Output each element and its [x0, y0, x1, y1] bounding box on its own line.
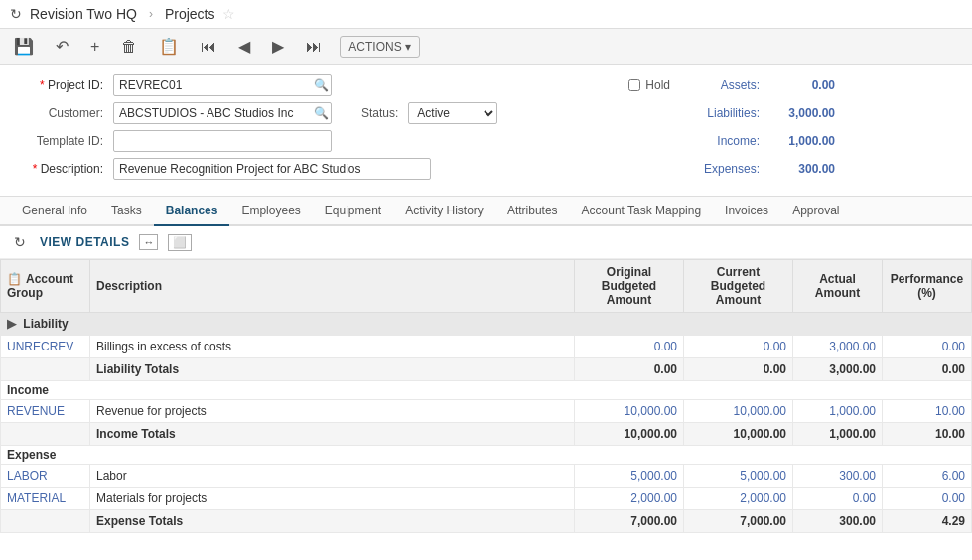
next-button[interactable]: ▶ — [268, 35, 288, 58]
totals-actual-income: 1,000.00 — [793, 423, 883, 446]
account-code-labor[interactable]: LABOR — [1, 465, 90, 488]
template-input[interactable] — [113, 130, 332, 152]
totals-label-income-left — [1, 423, 90, 446]
form-right-panel: Assets: 0.00 — [680, 78, 958, 92]
totals-row-income: Income Totals 10,000.00 10,000.00 1,000.… — [1, 423, 972, 446]
curr-material: 2,000.00 — [684, 488, 793, 510]
account-code-unrecrev[interactable]: UNRECREV — [1, 336, 90, 358]
table-row: LABOR Labor 5,000.00 5,000.00 300.00 6.0… — [1, 465, 972, 488]
perf-revenue: 10.00 — [883, 400, 972, 423]
totals-curr-liability: 0.00 — [684, 358, 793, 381]
totals-curr-income: 10,000.00 — [684, 423, 793, 446]
liabilities-value: 3,000.00 — [765, 106, 835, 120]
customer-search-icon[interactable]: 🔍 — [314, 106, 329, 120]
table-icon: 📋 — [7, 272, 22, 286]
totals-label-expense-left — [1, 510, 90, 533]
col-header-current-budgeted: Current Budgeted Amount — [684, 260, 793, 313]
assets-value: 0.00 — [765, 78, 835, 92]
tab-balances[interactable]: Balances — [154, 197, 230, 226]
actions-label: ACTIONS — [348, 40, 401, 54]
totals-label-liability-left — [1, 358, 90, 381]
prev-button[interactable]: ◀ — [234, 35, 254, 58]
tab-attributes[interactable]: Attributes — [495, 197, 570, 226]
first-button[interactable]: ⏮ — [197, 36, 220, 58]
totals-orig-income: 10,000.00 — [575, 423, 684, 446]
group-label-income: Income — [7, 383, 49, 397]
project-id-label: Project ID: — [14, 78, 103, 92]
last-button[interactable]: ⏭ — [302, 36, 326, 58]
sub-refresh-button[interactable]: ↻ — [10, 232, 30, 252]
orig-revenue: 10,000.00 — [575, 400, 684, 423]
save-button[interactable]: 💾 — [10, 35, 38, 58]
table-row: UNRECREV Billings in excess of costs 0.0… — [1, 336, 972, 358]
expenses-label: Expenses: — [680, 162, 760, 176]
template-label: Template ID: — [14, 134, 103, 148]
col-header-description: Description — [90, 260, 575, 313]
undo-button[interactable]: ↶ — [52, 35, 72, 58]
col-header-actual-amount: Actual Amount — [793, 260, 883, 313]
tab-invoices[interactable]: Invoices — [713, 197, 780, 226]
customer-input[interactable] — [113, 102, 332, 124]
form-right-liabilities: Liabilities: 3,000.00 — [680, 106, 958, 120]
favorite-icon[interactable]: ☆ — [222, 6, 235, 22]
curr-unrecrev: 0.00 — [684, 336, 793, 358]
perf-unrecrev: 0.00 — [883, 336, 972, 358]
totals-actual-liability: 3,000.00 — [793, 358, 883, 381]
project-id-field-wrap: 🔍 — [113, 74, 332, 96]
table-row: REVENUE Revenue for projects 10,000.00 1… — [1, 400, 972, 423]
form-right-income: Income: 1,000.00 — [680, 134, 958, 148]
income-value: 1,000.00 — [765, 134, 835, 148]
tab-equipment[interactable]: Equipment — [313, 197, 393, 226]
project-id-input[interactable] — [113, 74, 332, 96]
description-labor: Labor — [90, 465, 575, 488]
assets-label: Assets: — [680, 78, 760, 92]
tabs: General Info Tasks Balances Employees Eq… — [0, 197, 972, 226]
perf-labor: 6.00 — [883, 465, 972, 488]
export-icon[interactable]: ⬜ — [168, 234, 192, 251]
fit-icon[interactable]: ↔ — [139, 234, 158, 250]
description-billings: Billings in excess of costs — [90, 336, 575, 358]
sub-toolbar: ↻ VIEW DETAILS ↔ ⬜ — [0, 226, 972, 259]
orig-unrecrev: 0.00 — [575, 336, 684, 358]
tab-employees[interactable]: Employees — [229, 197, 312, 226]
balance-table-container: 📋Account Group Description Original Budg… — [0, 259, 972, 533]
form-area: Project ID: 🔍 Hold Assets: 0.00 Customer… — [0, 65, 972, 197]
view-details-link[interactable]: VIEW DETAILS — [40, 235, 129, 249]
template-field-wrap — [113, 130, 332, 152]
module-name: Projects — [165, 6, 215, 22]
description-material: Materials for projects — [90, 488, 575, 510]
account-code-revenue[interactable]: REVENUE — [1, 400, 90, 423]
tab-account-task-mapping[interactable]: Account Task Mapping — [570, 197, 714, 226]
account-code-material[interactable]: MATERIAL — [1, 488, 90, 510]
actual-labor: 300.00 — [793, 465, 883, 488]
totals-perf-income: 10.00 — [883, 423, 972, 446]
delete-button[interactable]: 🗑 — [117, 36, 141, 58]
project-id-search-icon[interactable]: 🔍 — [314, 78, 329, 92]
actions-arrow-icon: ▾ — [405, 40, 411, 54]
toolbar: 💾 ↶ + 🗑 📋 ⏮ ◀ ▶ ⏭ ACTIONS ▾ — [0, 29, 972, 65]
tab-tasks[interactable]: Tasks — [99, 197, 154, 226]
refresh-icon[interactable]: ↻ — [10, 6, 22, 22]
totals-perf-liability: 0.00 — [883, 358, 972, 381]
separator: › — [149, 7, 153, 21]
tab-activity-history[interactable]: Activity History — [393, 197, 495, 226]
totals-row-liability: Liability Totals 0.00 0.00 3,000.00 0.00 — [1, 358, 972, 381]
totals-perf-expense: 4.29 — [883, 510, 972, 533]
totals-curr-expense: 7,000.00 — [684, 510, 793, 533]
orig-material: 2,000.00 — [575, 488, 684, 510]
actual-unrecrev: 3,000.00 — [793, 336, 883, 358]
actions-button[interactable]: ACTIONS ▾ — [340, 36, 419, 58]
status-select[interactable]: Active Inactive Completed — [408, 102, 497, 124]
copy-button[interactable]: 📋 — [155, 35, 183, 58]
totals-orig-expense: 7,000.00 — [575, 510, 684, 533]
description-input[interactable] — [113, 158, 431, 180]
header-bar: ↻ Revision Two HQ › Projects ☆ — [0, 0, 972, 29]
expand-icon-liability[interactable]: ▶ — [7, 317, 16, 331]
liabilities-label: Liabilities: — [680, 106, 760, 120]
tab-general-info[interactable]: General Info — [10, 197, 99, 226]
hold-checkbox[interactable] — [628, 79, 640, 91]
tab-approval[interactable]: Approval — [780, 197, 851, 226]
group-label-liability: ▶ Liability — [1, 313, 972, 336]
customer-label: Customer: — [14, 106, 103, 120]
add-button[interactable]: + — [86, 36, 103, 58]
